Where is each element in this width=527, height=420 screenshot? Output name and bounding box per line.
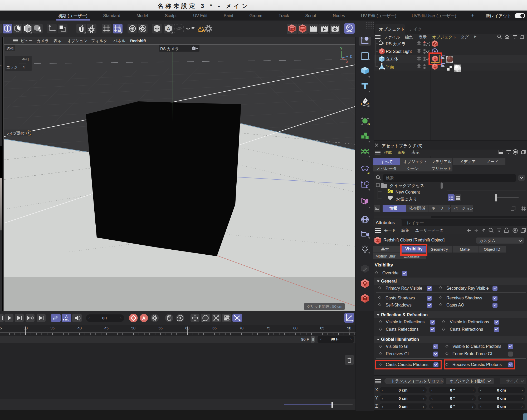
svg-text:35: 35	[50, 326, 55, 330]
svg-text:85: 85	[320, 326, 324, 330]
svg-text:A: A	[65, 315, 68, 319]
svg-text:グリッド間隔 : 50 cm: グリッド間隔 : 50 cm	[307, 304, 342, 309]
svg-text:40: 40	[77, 326, 82, 330]
svg-text:クイックアクセス: クイックアクセス	[390, 183, 424, 188]
svg-text:65: 65	[212, 326, 217, 330]
svg-text:4: 4	[23, 65, 25, 69]
svg-text:A: A	[142, 316, 145, 321]
svg-text:0 F: 0 F	[102, 316, 108, 320]
svg-text:RV: RV	[290, 27, 294, 30]
svg-text:A: A	[167, 26, 170, 31]
svg-text:45: 45	[104, 326, 109, 330]
svg-text:Y: Y	[340, 46, 343, 50]
svg-text:70: 70	[239, 326, 243, 330]
svg-text:›: ›	[120, 316, 121, 320]
svg-text:X: X	[346, 60, 348, 64]
svg-text:ライブ選択: ライブ選択	[6, 131, 24, 135]
svg-text:RS Spot Light: RS Spot Light	[386, 49, 412, 54]
svg-text:RS カメラ: RS カメラ	[160, 46, 179, 51]
svg-text:‹: ‹	[89, 316, 90, 320]
svg-text:New Content: New Content	[396, 190, 420, 194]
svg-text:お気に入り: お気に入り	[396, 197, 417, 201]
svg-text:透視: 透視	[6, 46, 14, 51]
svg-text:80: 80	[293, 326, 297, 330]
svg-text:5: 5	[0, 326, 2, 330]
svg-text:RS カメラ: RS カメラ	[386, 42, 406, 46]
svg-text:55: 55	[158, 326, 163, 330]
svg-text:立方体: 立方体	[386, 57, 398, 61]
svg-text:75: 75	[266, 326, 270, 330]
svg-text:エッジ: エッジ	[6, 65, 18, 69]
svg-text:平面: 平面	[386, 65, 394, 69]
svg-text:合計: 合計	[22, 57, 30, 62]
svg-text:50: 50	[131, 326, 135, 330]
svg-text:Z: Z	[350, 55, 352, 58]
